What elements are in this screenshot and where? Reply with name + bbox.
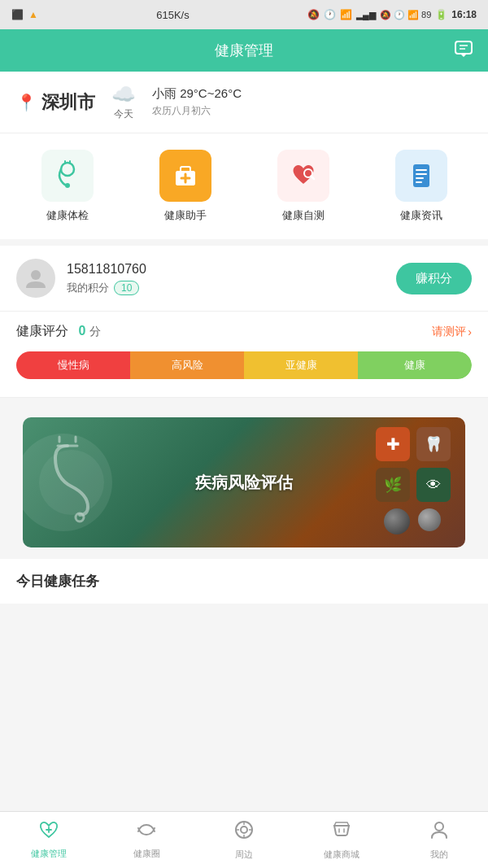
user-info: 15811810760 我的积分 10 [67, 262, 146, 295]
svg-point-34 [435, 822, 443, 831]
weather-condition-temp: 小雨 29°C~26°C [152, 86, 242, 102]
menu-label-news: 健康资讯 [400, 208, 442, 223]
menu-label-health-check: 健康体检 [46, 208, 89, 223]
health-scale: 慢性病 高风险 亚健康 健康 [16, 351, 472, 379]
disease-risk-banner[interactable]: ✚ 🦷 🌿 👁 疾病风险评估 [23, 417, 465, 547]
warning-icon: ⬛ [11, 9, 24, 20]
svg-marker-3 [460, 54, 467, 57]
lunar-date: 农历八月初六 [152, 104, 242, 118]
wifi-icon: 📶 [340, 9, 352, 20]
battery-icon: 🔋 [435, 9, 447, 20]
banner-card-tooth: 🦷 [416, 427, 451, 461]
banner-card-plus: ✚ [376, 427, 410, 461]
nav-health-shop-icon [331, 819, 352, 845]
scale-high-risk: 高风险 [130, 351, 244, 379]
nav-nearby-label: 周边 [235, 848, 253, 861]
earn-points-button[interactable]: 赚积分 [396, 263, 472, 294]
banner-card-eye: 👁 [416, 468, 451, 502]
mute-icon: 🔕 [307, 9, 320, 20]
rate-button[interactable]: 请测评 › [432, 325, 472, 339]
location-pin-icon: 📍 [16, 93, 37, 112]
menu-label-self-test: 健康自测 [282, 208, 325, 223]
score-title-row: 健康评分 0 分 [16, 323, 101, 340]
svg-point-5 [65, 183, 70, 188]
user-left: 15811810760 我的积分 10 [16, 259, 146, 298]
nav-mine-icon [429, 819, 450, 845]
svg-point-20 [76, 513, 84, 521]
user-bar: 15811810760 我的积分 10 赚积分 [0, 246, 488, 312]
nav-nearby-icon [233, 819, 255, 845]
news-icon-bg [395, 150, 447, 202]
location[interactable]: 📍 深圳市 [16, 90, 95, 115]
nav-health-shop-label: 健康商城 [324, 848, 359, 861]
nav-mine[interactable]: 我的 [390, 812, 488, 868]
user-phone: 15811810760 [67, 262, 146, 277]
city-name: 深圳市 [41, 90, 95, 115]
chevron-right-icon: › [468, 325, 472, 338]
daily-tasks-title: 今日健康任务 [16, 574, 99, 589]
weather-details: 小雨 29°C~26°C 农历八月初六 [152, 86, 242, 118]
scale-sub-health: 亚健康 [244, 351, 358, 379]
nav-health-mgmt[interactable]: 健康管理 [0, 812, 98, 868]
nav-health-mgmt-icon [38, 820, 59, 844]
banner-card-leaf: 🌿 [376, 468, 410, 502]
banner-cards: ✚ 🦷 🌿 👁 [376, 427, 451, 502]
menu-label-assistant: 健康助手 [164, 208, 207, 223]
signal-bars: ▂▄▆ [356, 10, 376, 20]
page-title: 健康管理 [215, 41, 273, 60]
menu-health-check[interactable]: 健康体检 [41, 150, 94, 223]
user-points-row: 我的积分 10 [67, 281, 146, 295]
menu-assistant[interactable]: 健康助手 [159, 150, 211, 223]
battery-level: 🔕 🕐 📶 89 [380, 10, 431, 20]
banner-stethoscope [47, 434, 112, 526]
clock-icon: 🕐 [324, 9, 336, 20]
banner-wrapper: ✚ 🦷 🌿 👁 疾病风险评估 [0, 398, 488, 547]
self-test-icon-bg [277, 150, 329, 202]
nav-nearby[interactable]: 周边 [195, 812, 293, 868]
weather-today-info: ☁️ 今天 [111, 83, 136, 121]
scale-healthy: 健康 [358, 351, 472, 379]
score-unit: 分 [89, 325, 101, 338]
nav-health-circle-label: 健康圈 [133, 848, 160, 860]
points-label: 我的积分 [67, 281, 109, 295]
status-right: 🔕 🕐 📶 ▂▄▆ 🔕 🕐 📶 89 🔋 16:18 [307, 9, 477, 20]
alert-icon: ▲ [28, 9, 38, 20]
status-left: ⬛ ▲ [11, 9, 38, 20]
nav-mine-label: 我的 [430, 848, 448, 861]
status-speed: 615K/s [156, 9, 189, 21]
assistant-icon-bg [159, 150, 211, 202]
score-title: 健康评分 [16, 324, 68, 338]
nav-health-mgmt-label: 健康管理 [31, 848, 67, 860]
svg-rect-0 [455, 41, 472, 54]
points-badge: 10 [114, 281, 139, 295]
rate-label: 请测评 [432, 325, 466, 339]
sphere-2 [418, 508, 441, 531]
svg-rect-14 [413, 164, 429, 187]
message-icon[interactable] [454, 40, 473, 62]
daily-tasks-section: 今日健康任务 [0, 559, 488, 604]
menu-self-test[interactable]: 健康自测 [277, 150, 329, 223]
svg-point-27 [241, 827, 247, 833]
scale-chronic: 慢性病 [16, 351, 130, 379]
sphere-1 [384, 508, 410, 534]
nav-health-shop[interactable]: 健康商城 [293, 812, 390, 868]
menu-news[interactable]: 健康资讯 [395, 150, 447, 223]
cloud-icon: ☁️ [111, 83, 136, 106]
time-display: 16:18 [451, 9, 477, 20]
header: 健康管理 [0, 29, 488, 72]
nav-health-circle[interactable]: 健康圈 [98, 812, 195, 868]
svg-point-4 [61, 163, 74, 176]
quick-menu: 健康体检 健康助手 健康自测 [0, 133, 488, 246]
avatar [16, 259, 55, 298]
bottom-nav: 健康管理 健康圈 周边 [0, 811, 488, 868]
health-check-icon-bg [41, 150, 94, 202]
nav-health-circle-icon [136, 820, 157, 844]
health-score-section: 健康评分 0 分 请测评 › 慢性病 高风险 亚健康 健康 [0, 312, 488, 398]
status-bar: ⬛ ▲ 615K/s 🔕 🕐 📶 ▂▄▆ 🔕 🕐 📶 89 🔋 16:18 [0, 0, 488, 29]
banner-spheres [384, 508, 441, 534]
banner-title: 疾病风险评估 [195, 472, 293, 494]
svg-line-13 [311, 177, 314, 180]
svg-point-19 [31, 270, 41, 280]
today-label: 今天 [114, 107, 133, 121]
weather-bar: 📍 深圳市 ☁️ 今天 小雨 29°C~26°C 农历八月初六 [0, 72, 488, 133]
